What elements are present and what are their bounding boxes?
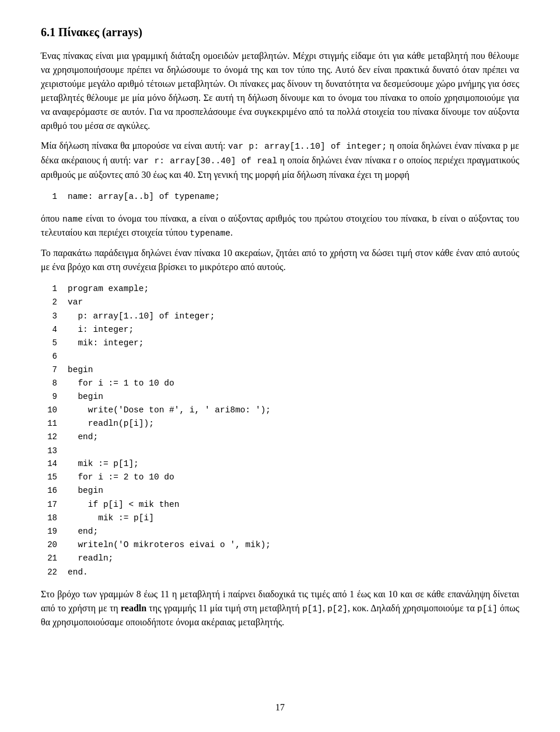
ln-7: 7 [41,363,57,376]
code-line-9: 9 begin [41,390,519,404]
p2-code: p[2] [327,604,348,614]
code-line-7: 7 begin [41,363,519,377]
ln-15: 15 [41,471,57,484]
lc-1: program example; [68,282,149,296]
code-a: a [191,215,197,224]
code-line-8: 8 for i := 1 to 10 do [41,377,519,390]
ln-13: 13 [41,444,57,457]
ln-10: 10 [41,404,57,416]
declaration-intro: Μία δήλωση πίνακα θα μπορούσε να είναι α… [41,139,519,182]
general-form-code: 1 name: array[a..b] of typename; [41,190,519,204]
code-line-19: 19 end; [41,525,519,538]
code-line-4: 4 i: integer; [41,323,519,337]
code-line-3: 3 p: array[1..10] of integer; [41,310,519,323]
lc-8: for i := 1 to 10 do [68,377,174,390]
ln-4: 4 [41,323,57,336]
ln-18: 18 [41,512,57,524]
general-form-line: 1 name: array[a..b] of typename; [41,190,519,204]
general-form-content: name: array[a..b] of typename; [68,190,220,204]
example-intro: Το παρακάτω παράδειγμα δηλώνει έναν πίνα… [41,246,519,274]
closing-paragraph: Στο βρόχο των γραμμών 8 έως 11 η μεταβλη… [41,587,519,630]
lc-7: begin [68,363,93,377]
lc-19: end; [68,525,98,538]
code-line-17: 17 if p[i] < mik then [41,498,519,512]
ln-8: 8 [41,377,57,390]
ln-16: 16 [41,484,57,497]
lc-15: for i := 2 to 10 do [68,471,174,484]
ln-20: 20 [41,538,57,551]
code-line-21: 21 readln; [41,552,519,565]
ln-19: 19 [41,525,57,538]
lc-17: if p[i] < mik then [68,498,179,512]
ln-6: 6 [41,350,57,363]
code-inline-1: var p: array[1..10] of integer; [228,142,387,151]
ln-17: 17 [41,498,57,511]
code-line-10: 10 write('Dose ton #', i, ' ari8mo: '); [41,404,519,417]
lc-12: end; [68,430,98,444]
ln-22: 22 [41,566,57,579]
p1-code: p[1] [302,604,323,614]
lc-21: readln; [68,552,113,565]
line-number-gen: 1 [41,190,57,203]
code-b: b [432,215,438,224]
lc-9: begin [68,390,103,404]
lc-14: mik := p[1]; [68,457,139,471]
ln-5: 5 [41,337,57,349]
ln-9: 9 [41,390,57,403]
lc-4: i: integer; [68,323,134,337]
ln-2: 2 [41,296,57,309]
lc-11: readln(p[i]); [68,417,154,430]
ln-3: 3 [41,310,57,323]
code-line-14: 14 mik := p[1]; [41,457,519,471]
ln-12: 12 [41,430,57,443]
code-line-22: 22 end. [41,566,519,579]
lc-18: mik := p[i] [68,512,154,525]
lc-3: p: array[1..10] of integer; [68,310,215,323]
code-line-15: 15 for i := 2 to 10 do [41,471,519,484]
code-inline-2: var r: array[30..40] of real [134,156,277,166]
pi-code: p[i] [477,604,498,614]
typename-explanation: όπου name είναι το όνομα του πίνακα, a ε… [41,212,519,241]
lc-20: writeln('O mikroteros eivai o ', mik); [68,538,271,552]
section-heading: 6.1 Πίνακες (arrays) [41,23,519,41]
code-line-13: 13 [41,444,519,457]
readln-bold: readln [121,603,146,613]
code-line-1: 1 program example; [41,282,519,296]
lc-22: end. [68,566,88,579]
code-name: name [62,215,83,224]
intro-paragraph: Ένας πίνακας είναι μια γραμμική διάταξη … [41,49,519,133]
ln-21: 21 [41,552,57,565]
code-line-11: 11 readln(p[i]); [41,417,519,430]
ln-1: 1 [41,282,57,295]
code-line-20: 20 writeln('O mikroteros eivai o ', mik)… [41,538,519,552]
lc-16: begin [68,484,103,498]
lc-10: write('Dose ton #', i, ' ari8mo: '); [68,404,271,417]
page-number: 17 [41,701,519,715]
code-line-2: 2 var [41,296,519,309]
code-line-16: 16 begin [41,484,519,498]
code-line-5: 5 mik: integer; [41,337,519,350]
code-line-12: 12 end; [41,430,519,444]
program-code: 1 program example; 2 var 3 p: array[1..1… [41,282,519,579]
ln-14: 14 [41,457,57,470]
lc-5: mik: integer; [68,337,144,350]
code-line-6: 6 [41,350,519,363]
ln-11: 11 [41,417,57,430]
lc-2: var [68,296,83,309]
page: 6.1 Πίνακες (arrays) Ένας πίνακας είναι … [0,0,560,732]
code-line-18: 18 mik := p[i] [41,512,519,525]
code-typename: typename [190,229,230,238]
